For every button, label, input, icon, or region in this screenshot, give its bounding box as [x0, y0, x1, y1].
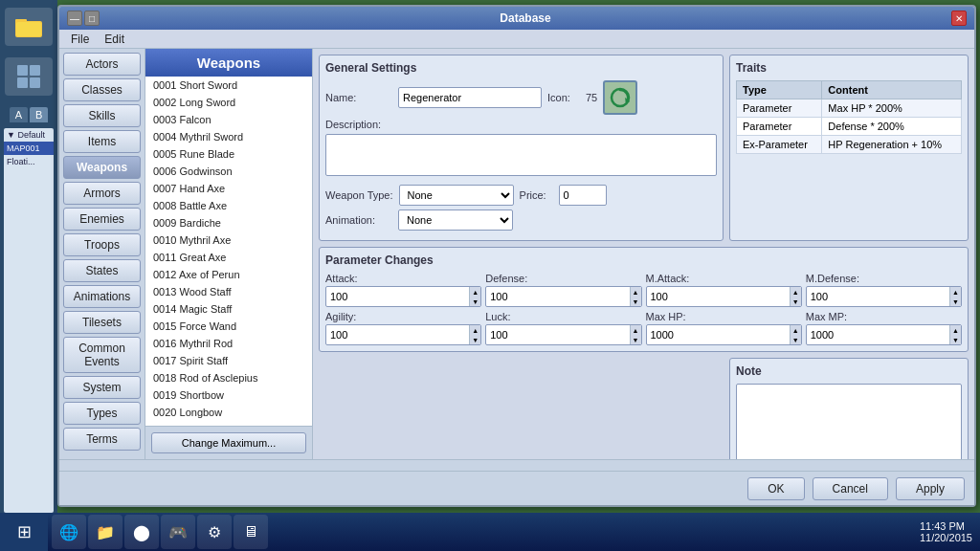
weapon-item[interactable]: 0001 Short Sword: [145, 77, 312, 94]
sidebar-item-animations[interactable]: Animations: [63, 285, 141, 308]
param-down-arrow[interactable]: ▼: [469, 335, 480, 344]
param-input[interactable]: [647, 289, 790, 304]
taskbar-app3-icon[interactable]: 🖥: [234, 515, 268, 549]
param-input-wrap: ▲▼: [485, 324, 641, 345]
param-up-arrow[interactable]: ▲: [469, 325, 480, 335]
sidebar-item-states[interactable]: States: [63, 259, 141, 282]
tree-item-floati[interactable]: Floati...: [4, 155, 54, 168]
param-up-arrow[interactable]: ▲: [630, 325, 641, 335]
param-cell: Agility:▲▼: [325, 311, 481, 345]
start-button[interactable]: ⊞: [0, 513, 48, 551]
weapon-item[interactable]: 0009 Bardiche: [145, 214, 312, 231]
weapon-item[interactable]: 0003 Falcon: [145, 111, 312, 128]
sidebar-item-terms[interactable]: Terms: [63, 428, 141, 451]
weapon-item[interactable]: 0018 Rod of Asclepius: [145, 369, 312, 386]
taskbar-app2-icon[interactable]: ⚙: [197, 515, 232, 549]
weapon-item[interactable]: 0015 Force Wand: [145, 318, 312, 335]
param-input[interactable]: [807, 327, 949, 342]
horizontal-scrollbar[interactable]: [59, 459, 974, 471]
sidebar-item-items[interactable]: Items: [63, 130, 141, 153]
param-up-arrow[interactable]: ▲: [949, 325, 961, 335]
weapon-item[interactable]: 0006 Godwinson: [145, 163, 312, 180]
menu-file[interactable]: File: [63, 31, 97, 48]
folder-icon[interactable]: [5, 8, 53, 46]
tree-item-default[interactable]: ▼ Default: [4, 128, 54, 142]
icon-picker[interactable]: [603, 80, 637, 115]
name-input[interactable]: [398, 87, 542, 108]
weapon-item[interactable]: 0005 Rune Blade: [145, 145, 312, 163]
ok-button[interactable]: OK: [747, 477, 804, 500]
weapons-list[interactable]: 0001 Short Sword0002 Long Sword0003 Falc…: [145, 77, 312, 426]
price-input[interactable]: [559, 185, 607, 206]
sidebar-item-classes[interactable]: Classes: [63, 78, 141, 101]
sidebar-item-troops[interactable]: Troops: [63, 233, 141, 256]
sidebar-item-types[interactable]: Types: [63, 402, 141, 425]
weapon-item[interactable]: 0016 Mythril Rod: [145, 335, 312, 352]
param-input[interactable]: [807, 289, 949, 304]
tab-b[interactable]: B: [30, 107, 48, 122]
taskbar-chrome-icon[interactable]: ⬤: [124, 515, 159, 549]
taskbar-time: 11:43 PM: [920, 520, 965, 532]
minimize-button[interactable]: —: [67, 11, 82, 26]
sidebar-item-actors[interactable]: Actors: [63, 53, 141, 76]
taskbar-ie-icon[interactable]: 🌐: [52, 515, 86, 549]
sidebar-item-enemies[interactable]: Enemies: [63, 208, 141, 231]
weapon-item[interactable]: 0014 Magic Staff: [145, 300, 312, 318]
menu-edit[interactable]: Edit: [97, 31, 132, 48]
maximize-button[interactable]: □: [84, 11, 100, 26]
sidebar-item-weapons[interactable]: Weapons: [63, 156, 141, 179]
param-down-arrow[interactable]: ▼: [469, 297, 480, 306]
weapon-type-select[interactable]: None: [399, 185, 514, 206]
apply-button[interactable]: Apply: [896, 477, 965, 500]
taskbar-app1-icon[interactable]: 🎮: [161, 515, 195, 549]
title-bar: — □ Database ✕: [59, 7, 974, 30]
traits-table: Type Content ParameterMax HP * 200%Param…: [736, 80, 962, 154]
weapon-item[interactable]: 0004 Mythril Sword: [145, 128, 312, 145]
weapon-item[interactable]: 0002 Long Sword: [145, 94, 312, 111]
weapon-item[interactable]: 0017 Spirit Staff: [145, 352, 312, 369]
param-down-arrow[interactable]: ▼: [790, 335, 801, 344]
param-up-arrow[interactable]: ▲: [630, 287, 641, 297]
tree-item-map001[interactable]: MAP001: [4, 142, 54, 155]
tab-a[interactable]: A: [10, 107, 28, 122]
animation-select[interactable]: None: [398, 209, 513, 231]
param-up-arrow[interactable]: ▲: [790, 325, 801, 335]
taskbar: ⊞ 🌐 📁 ⬤ 🎮 ⚙ 🖥 11:43 PM 11/20/2015: [0, 513, 980, 551]
param-grid: Attack:▲▼Defense:▲▼M.Attack:▲▼M.Defense:…: [325, 273, 962, 345]
param-input[interactable]: [647, 327, 790, 342]
param-up-arrow[interactable]: ▲: [469, 287, 480, 297]
param-down-arrow[interactable]: ▼: [790, 297, 801, 306]
sidebar-item-tilesets[interactable]: Tilesets: [63, 311, 141, 334]
sidebar: Actors Classes Skills Items Weapons Armo…: [59, 49, 145, 459]
param-input[interactable]: [486, 289, 629, 304]
weapon-item[interactable]: 0007 Hand Axe: [145, 180, 312, 197]
weapon-item[interactable]: 0019 Shortbow: [145, 386, 312, 404]
param-up-arrow[interactable]: ▲: [949, 287, 961, 297]
taskbar-folder-icon[interactable]: 📁: [88, 515, 122, 549]
weapon-item[interactable]: 0010 Mythril Axe: [145, 231, 312, 249]
weapon-item[interactable]: 0011 Great Axe: [145, 249, 312, 266]
weapon-item[interactable]: 0008 Battle Axe: [145, 197, 312, 214]
change-maximum-button[interactable]: Change Maximum...: [151, 432, 306, 453]
param-down-arrow[interactable]: ▼: [630, 335, 641, 344]
param-down-arrow[interactable]: ▼: [949, 335, 961, 344]
param-input[interactable]: [326, 289, 469, 304]
sidebar-item-skills[interactable]: Skills: [63, 104, 141, 127]
name-row: Name: Icon: 75: [325, 80, 717, 115]
cancel-button[interactable]: Cancel: [813, 477, 888, 500]
grid-icon[interactable]: [5, 57, 53, 96]
param-down-arrow[interactable]: ▼: [630, 297, 641, 306]
close-button[interactable]: ✕: [951, 11, 967, 26]
weapon-item[interactable]: 0020 Longbow: [145, 404, 312, 421]
sidebar-item-common-events[interactable]: Common Events: [63, 337, 141, 373]
sidebar-item-armors[interactable]: Armors: [63, 182, 141, 205]
param-up-arrow[interactable]: ▲: [790, 287, 801, 297]
weapon-item[interactable]: 0012 Axe of Perun: [145, 266, 312, 283]
note-textarea[interactable]: [736, 384, 962, 459]
param-down-arrow[interactable]: ▼: [949, 297, 961, 306]
param-input[interactable]: [326, 327, 469, 342]
param-input[interactable]: [486, 327, 629, 342]
weapon-item[interactable]: 0013 Wood Staff: [145, 283, 312, 300]
sidebar-item-system[interactable]: System: [63, 376, 141, 399]
description-textarea[interactable]: [325, 134, 717, 176]
